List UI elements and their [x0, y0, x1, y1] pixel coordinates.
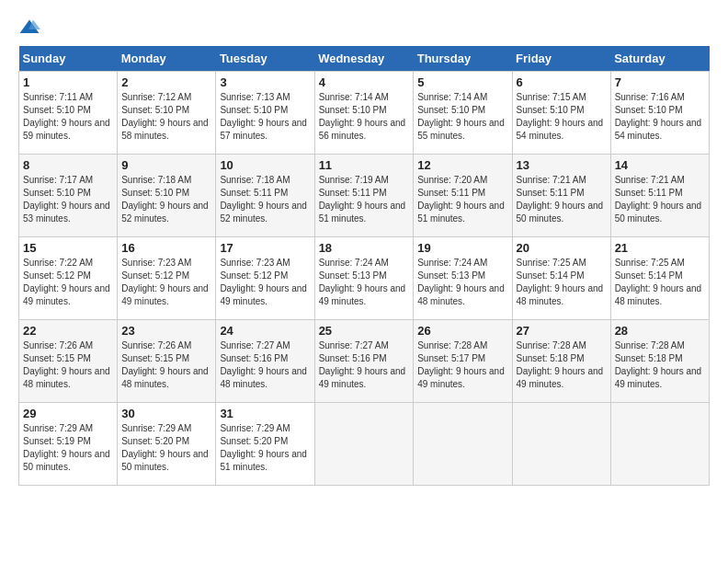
day-number: 26	[417, 324, 507, 338]
day-info: Sunrise: 7:11 AMSunset: 5:10 PMDaylight:…	[23, 91, 113, 143]
day-info: Sunrise: 7:21 AMSunset: 5:11 PMDaylight:…	[615, 174, 705, 225]
calendar-week-2: 8Sunrise: 7:17 AMSunset: 5:10 PMDaylight…	[19, 155, 710, 237]
day-number: 28	[615, 324, 705, 338]
day-info: Sunrise: 7:20 AMSunset: 5:11 PMDaylight:…	[417, 174, 507, 225]
day-number: 8	[23, 158, 113, 172]
logo-icon	[18, 18, 40, 37]
day-info: Sunrise: 7:26 AMSunset: 5:15 PMDaylight:…	[121, 339, 211, 391]
day-number: 29	[23, 407, 113, 420]
calendar-cell: 26Sunrise: 7:28 AMSunset: 5:17 PMDayligh…	[414, 320, 512, 403]
day-info: Sunrise: 7:28 AMSunset: 5:18 PMDaylight:…	[615, 339, 705, 391]
page-header	[18, 18, 710, 37]
calendar-cell: 23Sunrise: 7:26 AMSunset: 5:15 PMDayligh…	[118, 320, 216, 403]
day-info: Sunrise: 7:18 AMSunset: 5:10 PMDaylight:…	[121, 174, 211, 225]
calendar-cell: 2Sunrise: 7:12 AMSunset: 5:10 PMDaylight…	[118, 72, 216, 155]
day-number: 16	[121, 241, 211, 255]
weekday-header-monday: Monday	[118, 46, 216, 72]
day-info: Sunrise: 7:24 AMSunset: 5:13 PMDaylight:…	[417, 257, 507, 308]
day-info: Sunrise: 7:25 AMSunset: 5:14 PMDaylight:…	[517, 257, 607, 308]
calendar-cell: 6Sunrise: 7:15 AMSunset: 5:10 PMDaylight…	[512, 72, 610, 155]
calendar-week-1: 1Sunrise: 7:11 AMSunset: 5:10 PMDaylight…	[19, 72, 710, 155]
day-number: 6	[517, 75, 607, 89]
calendar-week-3: 15Sunrise: 7:22 AMSunset: 5:12 PMDayligh…	[19, 237, 710, 320]
day-number: 12	[417, 158, 507, 172]
weekday-header-thursday: Thursday	[414, 46, 512, 72]
day-number: 17	[220, 241, 310, 255]
weekday-header-sunday: Sunday	[19, 46, 118, 72]
day-info: Sunrise: 7:29 AMSunset: 5:20 PMDaylight:…	[121, 422, 211, 474]
day-info: Sunrise: 7:26 AMSunset: 5:15 PMDaylight:…	[23, 339, 113, 391]
calendar-cell: 14Sunrise: 7:21 AMSunset: 5:11 PMDayligh…	[610, 155, 709, 237]
calendar-cell: 22Sunrise: 7:26 AMSunset: 5:15 PMDayligh…	[19, 320, 118, 403]
day-info: Sunrise: 7:18 AMSunset: 5:11 PMDaylight:…	[220, 174, 310, 225]
calendar-cell	[512, 403, 610, 486]
calendar-cell: 24Sunrise: 7:27 AMSunset: 5:16 PMDayligh…	[216, 320, 314, 403]
day-number: 18	[319, 241, 410, 255]
logo	[18, 18, 44, 37]
day-number: 11	[319, 158, 410, 172]
day-number: 23	[121, 324, 211, 338]
day-number: 7	[615, 75, 705, 89]
weekday-header-wednesday: Wednesday	[314, 46, 414, 72]
day-number: 4	[319, 75, 410, 89]
calendar-cell: 10Sunrise: 7:18 AMSunset: 5:11 PMDayligh…	[216, 155, 314, 237]
weekday-header-row: SundayMondayTuesdayWednesdayThursdayFrid…	[19, 46, 710, 72]
calendar-cell: 12Sunrise: 7:20 AMSunset: 5:11 PMDayligh…	[414, 155, 512, 237]
calendar-cell: 11Sunrise: 7:19 AMSunset: 5:11 PMDayligh…	[314, 155, 414, 237]
day-info: Sunrise: 7:21 AMSunset: 5:11 PMDaylight:…	[517, 174, 607, 225]
calendar-cell: 4Sunrise: 7:14 AMSunset: 5:10 PMDaylight…	[314, 72, 414, 155]
weekday-header-tuesday: Tuesday	[216, 46, 314, 72]
day-number: 22	[23, 324, 113, 338]
calendar-cell	[314, 403, 414, 486]
day-number: 13	[517, 158, 607, 172]
calendar-cell: 30Sunrise: 7:29 AMSunset: 5:20 PMDayligh…	[118, 403, 216, 486]
day-number: 1	[23, 75, 113, 89]
day-number: 30	[121, 407, 211, 420]
day-number: 19	[417, 241, 507, 255]
calendar-cell: 27Sunrise: 7:28 AMSunset: 5:18 PMDayligh…	[512, 320, 610, 403]
day-info: Sunrise: 7:25 AMSunset: 5:14 PMDaylight:…	[615, 257, 705, 308]
calendar-cell: 21Sunrise: 7:25 AMSunset: 5:14 PMDayligh…	[610, 237, 709, 320]
day-info: Sunrise: 7:12 AMSunset: 5:10 PMDaylight:…	[121, 91, 211, 143]
calendar-cell: 29Sunrise: 7:29 AMSunset: 5:19 PMDayligh…	[19, 403, 118, 486]
calendar-cell	[414, 403, 512, 486]
day-info: Sunrise: 7:13 AMSunset: 5:10 PMDaylight:…	[220, 91, 310, 143]
calendar-cell: 1Sunrise: 7:11 AMSunset: 5:10 PMDaylight…	[19, 72, 118, 155]
calendar-cell: 20Sunrise: 7:25 AMSunset: 5:14 PMDayligh…	[512, 237, 610, 320]
calendar-cell: 16Sunrise: 7:23 AMSunset: 5:12 PMDayligh…	[118, 237, 216, 320]
day-info: Sunrise: 7:27 AMSunset: 5:16 PMDaylight:…	[220, 339, 310, 391]
calendar-cell: 7Sunrise: 7:16 AMSunset: 5:10 PMDaylight…	[610, 72, 709, 155]
day-info: Sunrise: 7:29 AMSunset: 5:19 PMDaylight:…	[23, 422, 113, 474]
day-info: Sunrise: 7:16 AMSunset: 5:10 PMDaylight:…	[615, 91, 705, 143]
calendar-cell: 19Sunrise: 7:24 AMSunset: 5:13 PMDayligh…	[414, 237, 512, 320]
day-number: 24	[220, 324, 310, 338]
calendar-week-5: 29Sunrise: 7:29 AMSunset: 5:19 PMDayligh…	[19, 403, 710, 486]
day-info: Sunrise: 7:14 AMSunset: 5:10 PMDaylight:…	[417, 91, 507, 143]
calendar-cell: 15Sunrise: 7:22 AMSunset: 5:12 PMDayligh…	[19, 237, 118, 320]
calendar-cell	[610, 403, 709, 486]
day-number: 21	[615, 241, 705, 255]
day-info: Sunrise: 7:28 AMSunset: 5:18 PMDaylight:…	[517, 339, 607, 391]
day-number: 2	[121, 75, 211, 89]
calendar-table: SundayMondayTuesdayWednesdayThursdayFrid…	[18, 46, 710, 486]
day-info: Sunrise: 7:22 AMSunset: 5:12 PMDaylight:…	[23, 257, 113, 308]
day-info: Sunrise: 7:27 AMSunset: 5:16 PMDaylight:…	[319, 339, 410, 391]
day-number: 14	[615, 158, 705, 172]
day-info: Sunrise: 7:15 AMSunset: 5:10 PMDaylight:…	[517, 91, 607, 143]
calendar-cell: 5Sunrise: 7:14 AMSunset: 5:10 PMDaylight…	[414, 72, 512, 155]
calendar-cell: 31Sunrise: 7:29 AMSunset: 5:20 PMDayligh…	[216, 403, 314, 486]
day-number: 25	[319, 324, 410, 338]
calendar-cell: 9Sunrise: 7:18 AMSunset: 5:10 PMDaylight…	[118, 155, 216, 237]
day-info: Sunrise: 7:28 AMSunset: 5:17 PMDaylight:…	[417, 339, 507, 391]
day-info: Sunrise: 7:19 AMSunset: 5:11 PMDaylight:…	[319, 174, 410, 225]
day-number: 5	[417, 75, 507, 89]
day-number: 15	[23, 241, 113, 255]
day-info: Sunrise: 7:29 AMSunset: 5:20 PMDaylight:…	[220, 422, 310, 474]
day-info: Sunrise: 7:23 AMSunset: 5:12 PMDaylight:…	[220, 257, 310, 308]
weekday-header-saturday: Saturday	[610, 46, 709, 72]
day-number: 9	[121, 158, 211, 172]
day-info: Sunrise: 7:14 AMSunset: 5:10 PMDaylight:…	[319, 91, 410, 143]
calendar-cell: 13Sunrise: 7:21 AMSunset: 5:11 PMDayligh…	[512, 155, 610, 237]
day-info: Sunrise: 7:24 AMSunset: 5:13 PMDaylight:…	[319, 257, 410, 308]
day-info: Sunrise: 7:23 AMSunset: 5:12 PMDaylight:…	[121, 257, 211, 308]
